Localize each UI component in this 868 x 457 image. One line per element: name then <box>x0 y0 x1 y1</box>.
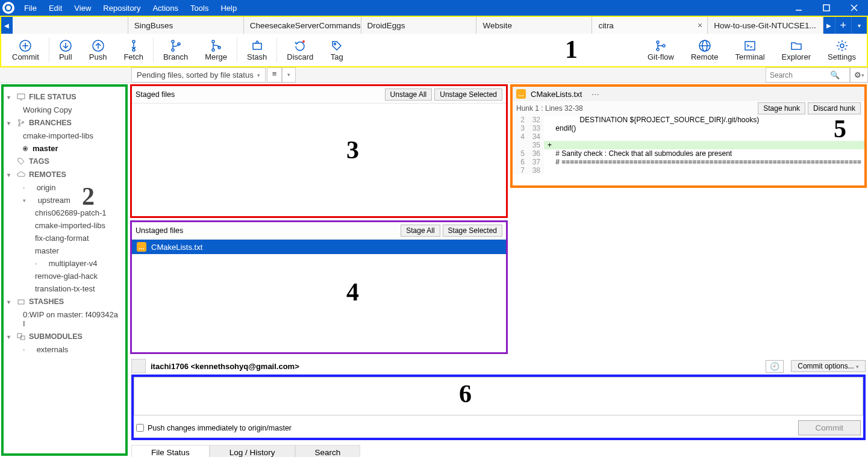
logo-icon <box>4 4 13 12</box>
menu-view[interactable]: View <box>68 4 97 13</box>
svg-rect-21 <box>253 43 261 49</box>
unstage-all-button[interactable]: Unstage All <box>385 89 432 101</box>
tab-blank[interactable] <box>13 17 128 34</box>
commit-message-input[interactable] <box>134 377 863 415</box>
diff-more-icon[interactable]: ⋯ <box>592 90 599 99</box>
branches-header[interactable]: ▾BRANCHES <box>6 116 123 129</box>
history-icon[interactable]: 🕘 <box>766 360 784 373</box>
merge-button[interactable]: Merge <box>196 37 236 64</box>
stashes-header[interactable]: ▾STASHES <box>6 295 123 308</box>
search-input[interactable] <box>770 71 830 79</box>
window-maximize[interactable] <box>813 0 840 16</box>
commit-box: 6 Push changes immediately to origin/mas… <box>131 375 866 440</box>
diff-line[interactable]: 232 DESTINATION ${PROJECT_SOURCE_DIR}/.g… <box>513 116 864 124</box>
svg-point-12 <box>133 40 135 43</box>
filter-bar: Pending files, sorted by file status▾ ≡ … <box>0 67 868 83</box>
tab-droideggs[interactable]: DroidEggs <box>361 17 477 34</box>
submodule-icon <box>17 333 25 340</box>
explorer-button[interactable]: Explorer <box>773 37 819 64</box>
diff-filename: CMakeLists.txt <box>531 90 582 99</box>
sidebar-stash-item[interactable]: 0:WIP on master: f409342a I <box>6 308 123 330</box>
annotation-3: 3 <box>346 135 359 164</box>
view-dropdown[interactable]: ▾ <box>282 67 296 82</box>
fetch-button[interactable]: Fetch <box>115 37 152 64</box>
terminal-button[interactable]: Terminal <box>726 37 773 64</box>
sidebar-upstream-b0[interactable]: chris062689-patch-1 <box>6 207 123 219</box>
tab-citra[interactable]: citra× <box>592 17 708 34</box>
tabs-scroll-right[interactable]: ▶ <box>823 17 835 34</box>
tabs-scroll-left[interactable]: ◀ <box>1 17 13 34</box>
sidebar-remote-origin[interactable]: › origin <box>6 181 123 194</box>
tab-howto[interactable]: How-to-use-Git-NTUCSE1... <box>708 17 823 34</box>
branch-button[interactable]: Branch <box>155 37 196 64</box>
commit-area: itachi1706 <kennethsohyq@gmail.com> 🕘 Co… <box>131 358 866 457</box>
pending-files-dropdown[interactable]: Pending files, sorted by file status▾ <box>131 67 266 82</box>
commit-options-dropdown[interactable]: Commit options... ▾ <box>791 360 866 372</box>
remote-button[interactable]: Remote <box>682 37 727 64</box>
commit-button[interactable]: Commit <box>4 37 48 64</box>
diff-line[interactable]: 35+ <box>513 141 864 149</box>
svg-rect-30 <box>745 42 755 50</box>
menu-file[interactable]: File <box>18 4 43 13</box>
file-status-header[interactable]: ▾FILE STATUS <box>6 90 123 104</box>
tab-file-status[interactable]: File Status <box>131 445 210 458</box>
tag-button[interactable]: Tag <box>322 37 352 64</box>
sidebar-upstream-b3[interactable]: master <box>6 244 123 257</box>
tabs-menu[interactable]: ▾ <box>851 17 867 34</box>
app-logo <box>2 2 14 14</box>
search-box[interactable]: 🔍 <box>766 67 850 82</box>
sidebar-remote-upstream[interactable]: ▾ upstream <box>6 194 123 207</box>
tab-website[interactable]: Website <box>476 17 592 34</box>
diff-line[interactable]: 333 endif() <box>513 124 864 132</box>
close-icon[interactable]: × <box>698 20 702 30</box>
sidebar-upstream-b4[interactable]: › multiplayer-v4 <box>6 257 123 270</box>
toolbar: Commit Pull Push Fetch Branch Merge Stas… <box>0 34 868 67</box>
view-settings-button[interactable]: ⚙▾ <box>850 67 868 82</box>
tab-cheesecake[interactable]: CheesecakeServerCommands <box>244 17 361 34</box>
new-tab-button[interactable]: + <box>835 17 851 34</box>
menu-help[interactable]: Help <box>214 4 243 13</box>
stash-button[interactable]: Stash <box>239 37 275 64</box>
diff-line[interactable]: 637 # ==================================… <box>513 158 864 166</box>
stage-hunk-button[interactable]: Stage hunk <box>758 102 805 114</box>
menu-edit[interactable]: Edit <box>43 4 68 13</box>
diff-line[interactable]: 738 <box>513 166 864 175</box>
sidebar-branch-cmake[interactable]: cmake-imported-libs <box>6 129 123 142</box>
commit-submit-button[interactable]: Commit <box>798 420 861 435</box>
gitflow-button[interactable]: Git-flow <box>639 37 682 64</box>
discard-hunk-button[interactable]: Discard hunk <box>808 102 861 114</box>
push-button[interactable]: Push <box>81 37 116 64</box>
discard-button[interactable]: Discard <box>278 37 322 64</box>
pull-button[interactable]: Pull <box>51 37 81 64</box>
tab-search[interactable]: Search <box>295 445 361 458</box>
tab-singbuses[interactable]: SingBuses <box>128 17 244 34</box>
stage-all-button[interactable]: Stage All <box>401 225 440 237</box>
tags-header[interactable]: ▾TAGS <box>6 155 123 168</box>
settings-button[interactable]: Settings <box>819 37 864 64</box>
view-list-button[interactable]: ≡ <box>267 67 283 82</box>
menu-actions[interactable]: Actions <box>146 4 184 13</box>
sidebar-branch-master[interactable]: master <box>6 142 123 155</box>
unstage-selected-button[interactable]: Unstage Selected <box>434 89 502 101</box>
diff-line[interactable]: 536 # Sanity check : Check that all subm… <box>513 149 864 158</box>
unstaged-file-row[interactable]: … CMakeLists.txt <box>132 240 506 254</box>
annotation-2: 2 <box>82 182 95 211</box>
push-immediately-checkbox[interactable] <box>136 424 144 432</box>
tab-log-history[interactable]: Log / History <box>210 445 295 458</box>
sidebar-submodule-externals[interactable]: › externals <box>6 343 123 356</box>
sidebar-upstream-b1[interactable]: cmake-imported-libs <box>6 219 123 232</box>
menu-repository[interactable]: Repository <box>97 4 146 13</box>
window-close[interactable] <box>840 0 868 16</box>
sidebar-upstream-b6[interactable]: translation-tx-test <box>6 282 123 295</box>
stage-selected-button[interactable]: Stage Selected <box>443 225 502 237</box>
menu-tools[interactable]: Tools <box>184 4 214 13</box>
remotes-header[interactable]: ▾REMOTES <box>6 168 123 181</box>
window-minimize[interactable] <box>785 0 813 16</box>
sidebar-upstream-b2[interactable]: fix-clang-format <box>6 232 123 244</box>
diff-body[interactable]: 232 DESTINATION ${PROJECT_SOURCE_DIR}/.g… <box>513 116 864 185</box>
sidebar-upstream-b5[interactable]: remove-glad-hack <box>6 270 123 282</box>
submodules-header[interactable]: ▾SUBMODULES <box>6 330 123 343</box>
sidebar-working-copy[interactable]: Working Copy <box>6 104 123 116</box>
svg-point-24 <box>657 41 659 43</box>
diff-line[interactable]: 434 <box>513 132 864 141</box>
